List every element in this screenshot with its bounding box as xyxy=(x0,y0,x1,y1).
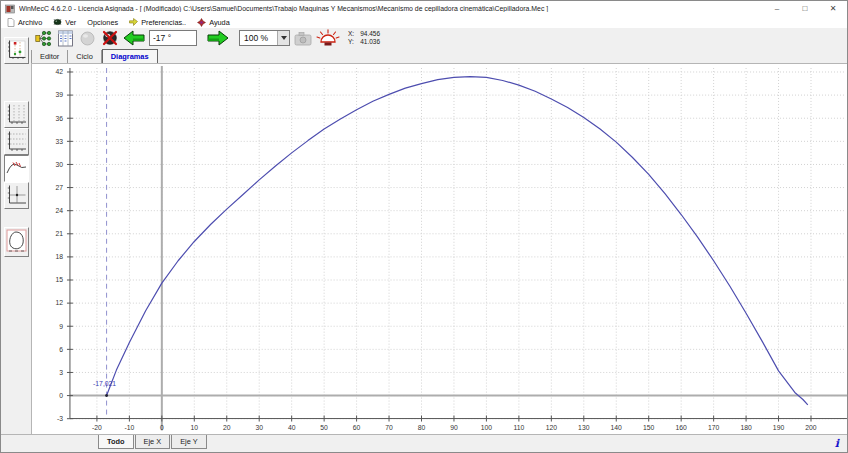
svg-text:27: 27 xyxy=(55,184,63,191)
svg-text:-3: -3 xyxy=(57,415,63,422)
svg-text:190: 190 xyxy=(773,424,785,431)
tab-editor[interactable]: Editor xyxy=(31,50,68,63)
svg-text:0: 0 xyxy=(59,392,63,399)
svg-text:12: 12 xyxy=(55,299,63,306)
svg-text:160: 160 xyxy=(676,424,688,431)
next-arrow-icon xyxy=(207,30,229,46)
coord-y-label: Y: xyxy=(348,38,354,46)
app-icon xyxy=(5,4,15,14)
svg-text:24: 24 xyxy=(55,207,63,214)
svg-text:30: 30 xyxy=(55,161,63,168)
table-button[interactable] xyxy=(56,29,75,48)
svg-text:150: 150 xyxy=(643,424,655,431)
point-chart-icon xyxy=(6,184,27,207)
prev-arrow-icon xyxy=(123,30,145,46)
svg-text:18: 18 xyxy=(55,253,63,260)
document-icon xyxy=(7,18,15,27)
svg-text:33: 33 xyxy=(55,138,63,145)
svg-text:40: 40 xyxy=(288,424,296,431)
maximize-button[interactable]: □ xyxy=(791,1,819,16)
tab-diagramas[interactable]: Diagramas xyxy=(102,49,158,63)
closed-curve-chart-icon xyxy=(6,229,27,255)
svg-text:21: 21 xyxy=(55,230,63,237)
minimize-button[interactable]: – xyxy=(763,1,791,16)
mechanism-button[interactable] xyxy=(34,29,53,48)
svg-text:30: 30 xyxy=(255,424,263,431)
svg-text:110: 110 xyxy=(513,424,524,431)
svg-text:80: 80 xyxy=(418,424,426,431)
menu-opciones[interactable]: Opciones xyxy=(84,16,126,28)
svg-text:100: 100 xyxy=(481,424,493,431)
zoom-value: 100 % xyxy=(240,33,277,43)
menu-ayuda[interactable]: Ayuda xyxy=(194,16,238,28)
mechanism-icon xyxy=(35,30,52,47)
diagram-plot[interactable]: -303691215182124273033363942-20-10010203… xyxy=(32,64,848,435)
zoom-select[interactable]: 100 % xyxy=(239,30,290,46)
sidebar-point-chart-button[interactable] xyxy=(4,182,29,209)
angle-input[interactable] xyxy=(149,30,197,46)
bug-icon xyxy=(53,18,62,26)
camera-button-disabled xyxy=(293,29,312,48)
horizontal-grid-chart-icon xyxy=(6,130,27,153)
lamp-button[interactable] xyxy=(315,29,340,48)
tab-ciclo[interactable]: Ciclo xyxy=(68,50,101,63)
toolbar: 100 % X: 94.456 Y: 41.036 xyxy=(1,28,847,48)
titlebar: WinMecC 4.6.2.0 - Licencia Asignada - [ … xyxy=(1,1,847,16)
help-icon xyxy=(197,18,206,27)
prev-angle-button[interactable] xyxy=(122,29,146,48)
table-icon xyxy=(57,30,74,47)
info-icon[interactable]: i xyxy=(835,437,839,450)
menu-archivo[interactable]: Archivo xyxy=(4,16,50,28)
arrow-icon xyxy=(129,18,138,26)
svg-text:6: 6 xyxy=(59,346,63,353)
svg-text:15: 15 xyxy=(55,276,63,283)
svg-text:120: 120 xyxy=(546,424,558,431)
svg-text:20: 20 xyxy=(223,424,231,431)
svg-text:90: 90 xyxy=(450,424,458,431)
svg-text:9: 9 xyxy=(59,323,63,330)
sphere-button-disabled xyxy=(78,29,97,48)
mechanism-chart-icon xyxy=(6,39,27,62)
sidebar-mechanism-chart-button[interactable] xyxy=(4,37,29,64)
coord-x-value: 94.456 xyxy=(360,30,380,38)
svg-text:200: 200 xyxy=(805,424,817,431)
svg-text:130: 130 xyxy=(578,424,590,431)
app-window: WinMecC 4.6.2.0 - Licencia Asignada - [ … xyxy=(0,0,848,453)
sphere-icon xyxy=(79,30,96,47)
sidebar-vertical-grid-chart-button[interactable] xyxy=(4,101,29,128)
close-button[interactable]: ✕ xyxy=(819,1,847,16)
menubar: Archivo Ver Opciones Preferencias.. Ayud xyxy=(1,16,847,28)
svg-text:36: 36 xyxy=(55,115,63,122)
svg-text:-17,021: -17,021 xyxy=(93,380,116,387)
tab-eje-y[interactable]: Eje Y xyxy=(171,435,207,449)
sidebar-closed-curve-chart-button[interactable] xyxy=(4,227,29,257)
sidebar-curve-chart-button[interactable] xyxy=(4,155,29,182)
coord-y-value: 41.036 xyxy=(360,38,380,46)
coord-x-label: X: xyxy=(348,30,354,38)
svg-text:-20: -20 xyxy=(92,424,102,431)
menu-preferencias[interactable]: Preferencias.. xyxy=(126,16,194,28)
view-tabbar: Editor Ciclo Diagramas xyxy=(31,48,158,63)
svg-text:42: 42 xyxy=(55,68,63,75)
next-angle-button[interactable] xyxy=(206,29,230,48)
svg-text:60: 60 xyxy=(353,424,361,431)
menu-ver[interactable]: Ver xyxy=(50,16,84,28)
svg-text:39: 39 xyxy=(55,91,63,98)
stop-button[interactable] xyxy=(100,29,119,48)
lamp-icon xyxy=(316,29,340,47)
tab-todo[interactable]: Todo xyxy=(98,435,134,449)
svg-text:50: 50 xyxy=(320,424,328,431)
tab-eje-x[interactable]: Eje X xyxy=(135,435,171,449)
stop-icon xyxy=(101,29,119,47)
svg-text:10: 10 xyxy=(191,424,199,431)
camera-icon xyxy=(294,31,312,46)
svg-text:140: 140 xyxy=(611,424,623,431)
cursor-coordinates: X: 94.456 Y: 41.036 xyxy=(348,30,380,46)
chevron-down-icon[interactable] xyxy=(277,31,289,45)
svg-text:0: 0 xyxy=(160,424,164,431)
window-title: WinMecC 4.6.2.0 - Licencia Asignada - [ … xyxy=(19,5,763,12)
diagram-panel: -303691215182124273033363942-20-10010203… xyxy=(31,63,848,434)
bottom-tabbar: Todo Eje X Eje Y i xyxy=(1,434,847,453)
sidebar-horizontal-grid-chart-button[interactable] xyxy=(4,128,29,155)
sidebar xyxy=(1,31,31,434)
